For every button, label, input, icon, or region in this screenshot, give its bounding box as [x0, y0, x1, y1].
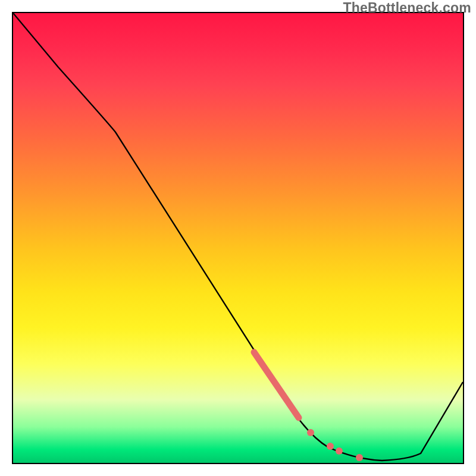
marker-dot-a [307, 429, 314, 436]
marker-dot-b [327, 443, 334, 450]
watermark-label: TheBottleneck.com [343, 0, 471, 16]
bottleneck-curve-line [13, 13, 463, 461]
chart-overlay-svg [13, 13, 463, 463]
marker-dot-c [336, 447, 343, 455]
marker-dot-d [356, 454, 363, 461]
marker-dense-segment [254, 352, 299, 418]
chart-canvas: TheBottleneck.com [0, 0, 476, 476]
plot-area [12, 12, 464, 464]
